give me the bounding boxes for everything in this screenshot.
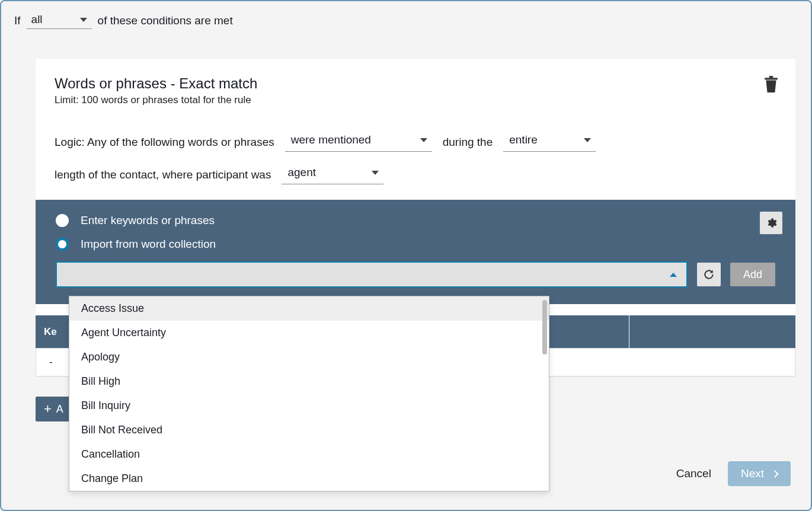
delete-button[interactable]	[763, 75, 779, 95]
participant-select[interactable]: agent	[282, 165, 383, 184]
keyword-panel: Enter keywords or phrases Import from wo…	[36, 200, 795, 304]
logic-sentence-2: length of the contact, where participant…	[55, 165, 776, 184]
next-button[interactable]: Next	[728, 461, 791, 486]
add-button-label: Add	[743, 269, 762, 281]
chevron-down-icon	[372, 171, 379, 175]
chevron-down-icon	[584, 138, 591, 142]
logic-length: length of the contact, where participant…	[55, 168, 271, 181]
mention-select-value: were mentioned	[291, 133, 371, 146]
condition-logic-select[interactable]: all	[27, 12, 92, 29]
cancel-button[interactable]: Cancel	[676, 467, 711, 480]
logic-prefix: Logic: Any of the following words or phr…	[55, 136, 274, 149]
condition-if-label: If	[14, 14, 21, 27]
condition-suffix-label: of these conditions are met	[98, 14, 233, 27]
footer-actions: Cancel Next	[676, 461, 791, 486]
card-title: Words or phrases - Exact match	[55, 75, 776, 92]
dropdown-item[interactable]: Bill Inquiry	[69, 394, 549, 418]
add-button[interactable]: Add	[730, 263, 775, 286]
collection-combobox[interactable]	[56, 261, 688, 288]
collection-dropdown: Access Issue Agent Uncertainty Apology B…	[69, 296, 549, 491]
scope-select[interactable]: entire	[503, 132, 596, 152]
add-condition-label: A	[56, 403, 63, 416]
collection-input-row: Add	[56, 261, 775, 288]
radio-enter-label: Enter keywords or phrases	[81, 214, 215, 227]
card-subtitle: Limit: 100 words or phrases total for th…	[55, 94, 776, 106]
keywords-header-label: Ke	[44, 326, 57, 338]
table-empty-cell: -	[49, 356, 53, 368]
next-button-label: Next	[741, 467, 764, 480]
dropdown-item[interactable]: Cancellation	[69, 442, 549, 467]
plus-icon: +	[44, 403, 52, 416]
mention-select[interactable]: were mentioned	[285, 132, 432, 152]
logic-sentence: Logic: Any of the following words or phr…	[55, 132, 776, 152]
settings-button[interactable]	[760, 212, 782, 234]
chevron-down-icon	[420, 138, 427, 142]
scrollbar-thumb[interactable]	[542, 300, 547, 354]
logic-during: during the	[443, 136, 493, 149]
radio-import-label: Import from word collection	[81, 238, 216, 251]
chevron-down-icon	[80, 18, 87, 22]
condition-logic-value: all	[31, 13, 43, 26]
svg-rect-0	[765, 78, 777, 79]
dropdown-item[interactable]: Access Issue	[69, 296, 549, 321]
radio-selected-icon	[56, 238, 69, 251]
svg-rect-1	[769, 76, 773, 78]
radio-import-collection[interactable]: Import from word collection	[56, 238, 775, 251]
dropdown-item[interactable]: Apology	[69, 345, 549, 369]
scope-select-value: entire	[509, 133, 538, 146]
chevron-right-icon	[771, 470, 779, 478]
radio-enter-keywords[interactable]: Enter keywords or phrases	[56, 214, 775, 227]
dropdown-item[interactable]: Agent Uncertainty	[69, 321, 549, 345]
refresh-button[interactable]	[697, 263, 721, 286]
refresh-icon	[703, 269, 715, 280]
dropdown-item[interactable]: Bill High	[69, 369, 549, 394]
participant-select-value: agent	[287, 166, 316, 179]
dropdown-item[interactable]: Bill Not Received	[69, 418, 549, 442]
trash-icon	[763, 75, 779, 93]
gear-icon	[765, 217, 777, 229]
condition-bar: If all of these conditions are met	[14, 12, 811, 29]
column-divider	[629, 315, 629, 348]
dropdown-item[interactable]: Change Plan	[69, 467, 549, 491]
chevron-up-icon	[670, 273, 677, 277]
radio-unselected-icon	[56, 214, 69, 227]
